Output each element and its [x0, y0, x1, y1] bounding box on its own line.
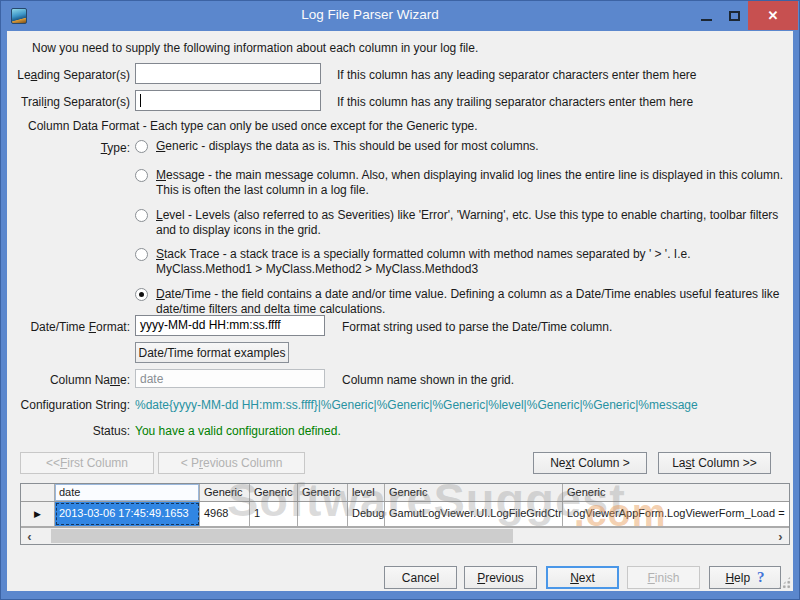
type-label: Type: [7, 141, 130, 155]
radio-button-level[interactable] [135, 209, 148, 222]
column-name-label: Column Name: [7, 373, 130, 387]
leading-separator-input[interactable] [135, 63, 321, 84]
grid-header-generic-2[interactable]: Generic [250, 484, 298, 501]
radio-label-level: Level - Levels (also referred to as Seve… [156, 208, 785, 239]
status-label: Status: [7, 424, 130, 438]
next-button[interactable]: Next [546, 566, 619, 589]
help-button-label: Help [725, 571, 750, 585]
scroll-right-icon[interactable]: › [772, 528, 789, 544]
datetime-format-label: Date/Time Format: [7, 320, 130, 334]
cell-generic-3[interactable] [298, 502, 348, 526]
window-title: Log File Parser Wizard [61, 7, 679, 22]
scroll-left-icon[interactable]: ‹ [21, 528, 38, 544]
maximize-icon [729, 11, 740, 21]
grid-horizontal-scrollbar[interactable]: ‹ › [21, 527, 789, 544]
cell-generic-2[interactable]: 1 [250, 502, 298, 526]
previous-button[interactable]: Previous [464, 566, 537, 589]
row-selector-cell[interactable]: ▶ [21, 502, 55, 526]
configuration-string-label: Configuration String: [7, 398, 130, 412]
text-caret [140, 94, 141, 107]
trailing-separator-hint: If this column has any trailing separato… [337, 95, 693, 109]
radio-option-stack-trace[interactable]: Stack Trace - a stack trace is a special… [135, 247, 785, 278]
radio-option-message[interactable]: Message - the main message column. Also,… [135, 168, 785, 199]
radio-label-message: Message - the main message column. Also,… [156, 168, 785, 199]
status-value: You have a valid configuration defined. [135, 424, 341, 438]
radio-option-generic[interactable]: Generic - displays the data as is. This … [135, 139, 785, 154]
radio-button-generic[interactable] [135, 140, 148, 153]
column-name-hint: Column name shown in the grid. [342, 373, 514, 387]
radio-option-datetime[interactable]: Date/Time - the field contains a date an… [135, 287, 785, 318]
column-data-format-heading: Column Data Format - Each type can only … [28, 119, 478, 133]
grid-header-generic-5[interactable]: Generic [563, 484, 789, 501]
scrollbar-track[interactable] [38, 528, 772, 544]
grid-header-generic-3[interactable]: Generic [298, 484, 348, 501]
scrollbar-thumb[interactable] [51, 529, 513, 543]
grid-header-date[interactable]: date [55, 484, 200, 501]
close-icon: ✕ [768, 8, 779, 23]
radio-label-generic: Generic - displays the data as is. This … [156, 139, 539, 154]
next-column-button[interactable]: Next Column > [533, 452, 647, 474]
dialog-body: Now you need to supply the following inf… [7, 31, 793, 591]
radio-label-datetime: Date/Time - the field contains a date an… [156, 287, 785, 318]
previous-column-button: < Previous Column [158, 452, 305, 474]
cancel-button[interactable]: Cancel [384, 566, 457, 589]
intro-text: Now you need to supply the following inf… [32, 41, 478, 55]
grid-header-generic-4[interactable]: Generic [385, 484, 563, 501]
help-question-icon: ? [757, 569, 765, 586]
datetime-format-examples-button[interactable]: Date/Time format examples [135, 342, 289, 363]
log-preview-grid: date Generic Generic Generic level Gener… [20, 483, 790, 545]
column-name-input: date [135, 369, 325, 388]
log-file-parser-wizard-window: Log File Parser Wizard ✕ Now you need to… [0, 0, 800, 600]
maximize-button[interactable] [720, 1, 748, 30]
row-indicator-icon: ▶ [34, 509, 41, 519]
grid-header-selector [21, 484, 55, 501]
leading-separator-label: Leading Separator(s) [7, 68, 130, 82]
help-button[interactable]: Help ? [709, 566, 781, 589]
grid-header-generic-1[interactable]: Generic [200, 484, 250, 501]
minimize-button[interactable] [692, 1, 720, 30]
radio-button-datetime[interactable] [135, 288, 148, 301]
leading-separator-hint: If this column has any leading separator… [337, 68, 697, 82]
radio-option-level[interactable]: Level - Levels (also referred to as Seve… [135, 208, 785, 239]
last-column-button[interactable]: Last Column >> [658, 452, 771, 474]
close-button[interactable]: ✕ [748, 1, 798, 30]
grid-data-row[interactable]: ▶ 2013-03-06 17:45:49.1653 4968 1 Debug … [21, 502, 789, 527]
cell-date[interactable]: 2013-03-06 17:45:49.1653 [55, 502, 200, 526]
window-controls: ✕ [692, 1, 798, 30]
first-column-button: << First Column [20, 452, 154, 474]
radio-button-stack-trace[interactable] [135, 248, 148, 261]
finish-button: Finish [627, 566, 700, 589]
cell-generic-5[interactable]: LogViewerAppForm.LogViewerForm_Load = [563, 502, 789, 526]
cell-generic-4[interactable]: GamutLogViewer.UI.LogFileGridCtrl [385, 502, 563, 526]
cell-generic-1[interactable]: 4968 [200, 502, 250, 526]
trailing-separator-label: Trailing Separator(s) [7, 95, 130, 109]
app-icon [11, 8, 27, 24]
trailing-separator-input[interactable] [135, 90, 321, 111]
datetime-format-hint: Format string used to parse the Date/Tim… [342, 320, 612, 334]
cell-level[interactable]: Debug [348, 502, 385, 526]
titlebar: Log File Parser Wizard ✕ [1, 1, 799, 31]
grid-header-row: date Generic Generic Generic level Gener… [21, 484, 789, 502]
grid-header-level[interactable]: level [348, 484, 385, 501]
datetime-format-input[interactable]: yyyy-MM-dd HH:mm:ss.ffff [135, 315, 325, 336]
minimize-icon [701, 19, 712, 21]
configuration-string-value: %date{yyyy-MM-dd HH:mm:ss.ffff}|%Generic… [135, 398, 698, 412]
radio-button-message[interactable] [135, 169, 148, 182]
radio-label-stack-trace: Stack Trace - a stack trace is a special… [156, 247, 785, 278]
